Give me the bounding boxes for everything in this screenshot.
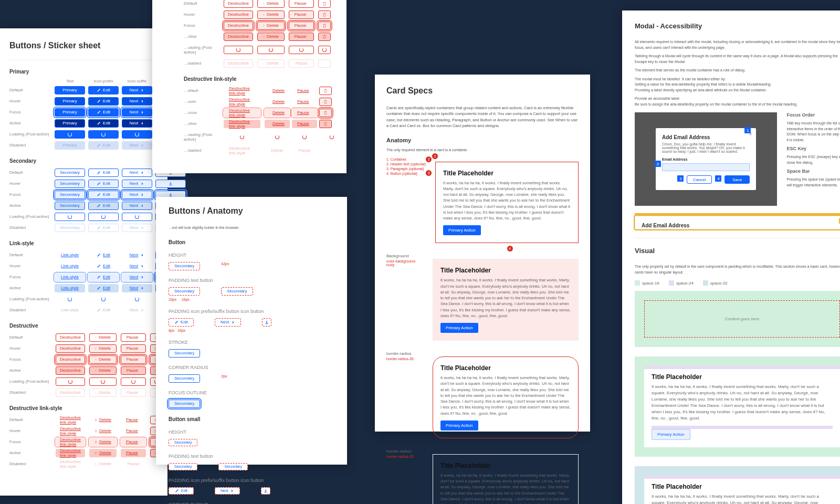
pencil-icon: [97, 88, 101, 92]
panel-modal-visual: Modal - Accessibility All elements requi…: [622, 10, 840, 504]
spinner-icon: [68, 132, 72, 136]
card-specs-title: Card Specs: [386, 86, 579, 96]
link-button[interactable]: Link-style: [55, 251, 85, 259]
destructive-link-button[interactable]: Destructive link-style: [56, 416, 85, 424]
modal-demo: 1 Add Email Address × Cmon, Doc, you got…: [635, 112, 777, 206]
anatomy-parts-list: 1. Container2. Header text (optional)3. …: [386, 156, 426, 176]
section-destructive: Destructive: [9, 323, 155, 329]
spacing-demo-basic: Content goes here: [635, 291, 840, 347]
secondary-button[interactable]: Secondary: [55, 169, 85, 177]
modal-dialog: 1 Add Email Address × Cmon, Doc, you got…: [656, 128, 756, 190]
panel-sticker-fragment: DefaultDestructiveDeletePause HoverDestr…: [152, 0, 346, 173]
primary-icon-suffix-button[interactable]: Next: [122, 86, 152, 94]
primary-icon-prefix-button[interactable]: Edit: [88, 86, 119, 94]
spacing-demo-card-2: Title Placeholder It works, ha ha ha ha,…: [635, 466, 840, 504]
panel-sticker-sheet: Buttons / Sticker sheet Primary Text Ico…: [0, 28, 167, 496]
section-destructive-link: Destructive link-style: [9, 405, 155, 411]
card-variant-radius: Title Placeholder It works, ha ha ha ha,…: [433, 356, 579, 438]
card-variant-default: Title Placeholder It works, ha ha ha ha,…: [433, 454, 579, 504]
modal-dialog-focus: Add Email Address ×: [635, 216, 840, 229]
arrow-right-icon: [140, 88, 144, 92]
card-anatomy-sample: 1 2 Title Placeholder 3 It works, ha ha …: [435, 162, 579, 244]
panel-anatomy: Buttons / Anatomy …ext will look slightl…: [156, 197, 347, 465]
spacing-legend: space-16 space-24 space-32: [635, 280, 840, 286]
card-variant-background: Title Placeholder It works, ha ha ha ha,…: [433, 259, 579, 341]
primary-button[interactable]: Primary: [55, 86, 85, 94]
modal-accessibility-title: Modal - Accessibility: [635, 22, 840, 30]
section-link: Link-style: [9, 240, 155, 246]
anatomy-title: Buttons / Anatomy: [169, 206, 334, 216]
destructive-button[interactable]: Destructive: [56, 333, 85, 342]
panel-title: Buttons / Sticker sheet: [9, 41, 155, 50]
visual-title: Visual: [635, 247, 840, 255]
cancel-button[interactable]: Cancel: [687, 175, 712, 184]
section-primary: Primary: [9, 69, 155, 75]
section-secondary: Secondary: [9, 158, 155, 164]
close-icon[interactable]: ×: [749, 131, 752, 137]
primary-action-button[interactable]: Primary Action: [443, 225, 481, 235]
email-field[interactable]: [662, 163, 750, 171]
spacing-demo-card-1: Title Placeholder It works, ha ha ha ha,…: [635, 356, 840, 457]
trash-icon: [95, 335, 97, 340]
save-button[interactable]: Save: [724, 175, 750, 184]
panel-card-specs: Card Specs Cards are specifically-styled…: [375, 75, 590, 432]
